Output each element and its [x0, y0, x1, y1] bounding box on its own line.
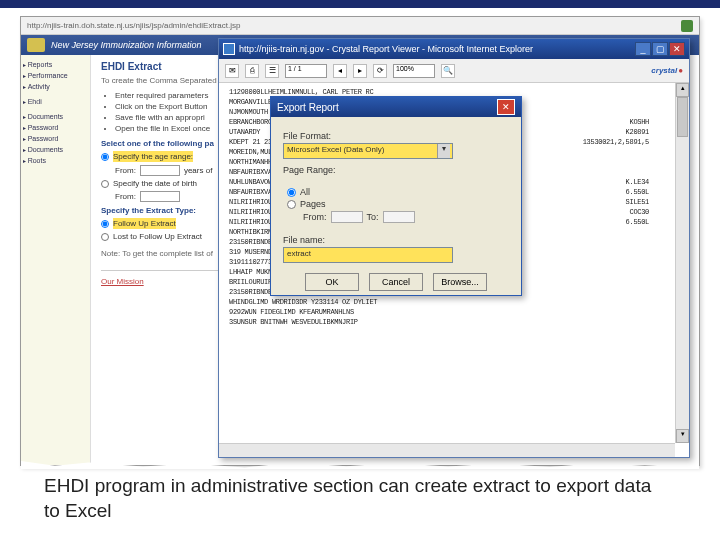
- ok-button[interactable]: OK: [305, 273, 359, 291]
- report-line: 3SUNSUR BNITNWH WESVEDULIBKMNJRIP: [229, 317, 683, 327]
- range-pages-label: Pages: [300, 199, 326, 209]
- export-icon[interactable]: ✉: [225, 64, 239, 78]
- range-to-label: To:: [367, 212, 379, 222]
- from-label2: From:: [115, 192, 136, 201]
- followup-radio[interactable]: [101, 220, 109, 228]
- toggle-tree-icon[interactable]: ☰: [265, 64, 279, 78]
- filename-field[interactable]: extract: [283, 247, 453, 263]
- address-bar[interactable]: http://njiis-train.doh.state.nj.us/njiis…: [21, 17, 699, 35]
- export-close-button[interactable]: ✕: [497, 99, 515, 115]
- dob-from-input[interactable]: [140, 191, 180, 202]
- range-label: Page Range:: [283, 165, 509, 175]
- prev-page-icon[interactable]: ◂: [333, 64, 347, 78]
- maximize-button[interactable]: ▢: [652, 42, 668, 56]
- age-from-input[interactable]: [140, 165, 180, 176]
- crv-toolbar: ✉ ⎙ ☰ 1 / 1 ◂ ▸ ⟳ 100% 🔍 crystal: [219, 59, 689, 83]
- address-text: http://njiis-train.doh.state.nj.us/njiis…: [27, 21, 240, 30]
- dob-radio[interactable]: [101, 180, 109, 188]
- range-all-radio[interactable]: [287, 188, 296, 197]
- export-titlebar[interactable]: Export Report ✕: [271, 97, 521, 117]
- export-title-text: Export Report: [277, 102, 339, 113]
- banner-title: New Jersey Immunization Information: [51, 40, 202, 50]
- slide-topbar: [0, 0, 720, 8]
- horizontal-scrollbar[interactable]: [219, 443, 675, 457]
- zoom-select[interactable]: 100%: [393, 64, 435, 78]
- sidebar-item[interactable]: Ehdi: [23, 96, 88, 107]
- format-label: File Format:: [283, 131, 509, 141]
- lost-label: Lost to Follow Up Extract: [113, 232, 202, 241]
- lost-radio[interactable]: [101, 233, 109, 241]
- go-button[interactable]: [681, 20, 693, 32]
- slide-caption: EHDI program in administrative section c…: [44, 473, 660, 524]
- refresh-icon[interactable]: ⟳: [373, 64, 387, 78]
- from-label: From:: [115, 166, 136, 175]
- browse-button[interactable]: Browse...: [433, 273, 487, 291]
- sidebar-item[interactable]: Performance: [23, 70, 88, 81]
- next-page-icon[interactable]: ▸: [353, 64, 367, 78]
- years-label: years of: [184, 166, 212, 175]
- crv-titlebar[interactable]: http://njiis-train.nj.gov - Crystal Repo…: [219, 39, 689, 59]
- filename-label: File name:: [283, 235, 509, 245]
- format-dropdown[interactable]: Microsoft Excel (Data Only): [283, 143, 453, 159]
- range-pages-radio[interactable]: [287, 200, 296, 209]
- range-from-label: From:: [303, 212, 327, 222]
- range-to-input[interactable]: [383, 211, 415, 223]
- sidebar-item[interactable]: Password: [23, 133, 88, 144]
- minimize-button[interactable]: _: [635, 42, 651, 56]
- range-from-input[interactable]: [331, 211, 363, 223]
- crystal-logo: crystal: [651, 66, 683, 75]
- followup-label: Follow Up Extract: [113, 218, 176, 229]
- specify-dob: Specify the date of birth: [113, 179, 197, 188]
- scroll-down-arrow[interactable]: ▾: [676, 429, 689, 443]
- cancel-button[interactable]: Cancel: [369, 273, 423, 291]
- sidebar-item[interactable]: Activity: [23, 81, 88, 92]
- close-button[interactable]: ✕: [669, 42, 685, 56]
- specify-age: Specify the age range:: [113, 151, 193, 162]
- nj-logo: [27, 38, 45, 52]
- search-icon[interactable]: 🔍: [441, 64, 455, 78]
- scroll-up-arrow[interactable]: ▴: [676, 83, 689, 97]
- export-dialog: Export Report ✕ File Format: Microsoft E…: [270, 96, 522, 296]
- scroll-thumb[interactable]: [677, 97, 688, 137]
- sidebar-item[interactable]: Documents: [23, 111, 88, 122]
- range-all-label: All: [300, 187, 310, 197]
- age-radio[interactable]: [101, 153, 109, 161]
- report-line: 9292WUN FIDEGLIMD KFEARUMRANHLNS: [229, 307, 683, 317]
- left-sidebar: Reports Performance Activity Ehdi Docume…: [21, 55, 91, 465]
- crv-title-text: http://njiis-train.nj.gov - Crystal Repo…: [239, 44, 533, 54]
- sidebar-item[interactable]: Reports: [23, 59, 88, 70]
- print-icon[interactable]: ⎙: [245, 64, 259, 78]
- vertical-scrollbar[interactable]: ▴ ▾: [675, 83, 689, 443]
- sidebar-item[interactable]: Roots: [23, 155, 88, 166]
- slide-body: http://njiis-train.doh.state.nj.us/njiis…: [0, 8, 720, 540]
- ie-icon: [223, 43, 235, 55]
- page-indicator[interactable]: 1 / 1: [285, 64, 327, 78]
- sidebar-item[interactable]: Password: [23, 122, 88, 133]
- sidebar-item[interactable]: Documents: [23, 144, 88, 155]
